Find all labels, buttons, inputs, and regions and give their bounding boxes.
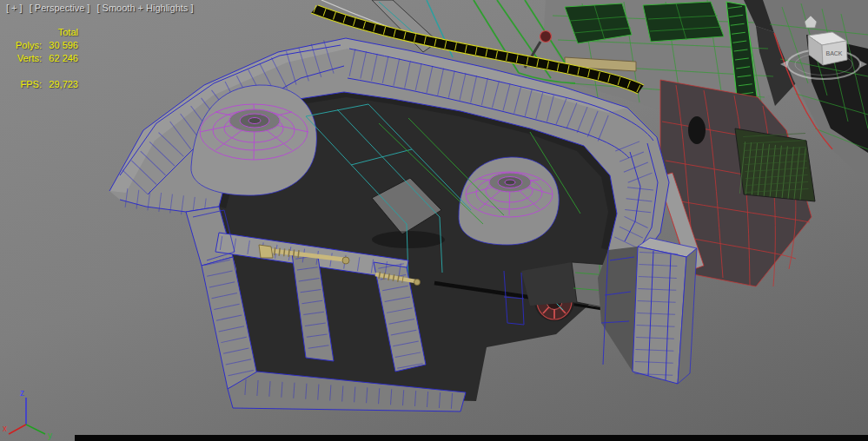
viewport-bottom-edge <box>75 435 868 441</box>
perforated-floor <box>735 128 815 201</box>
y-axis-label: y <box>48 431 52 440</box>
stats-verts-row: Verts: 62 246 <box>9 52 78 65</box>
z-axis-label: z <box>20 388 24 398</box>
stats-polys-label: Polys: <box>9 39 42 52</box>
y-axis-line <box>26 425 45 434</box>
viewport-menu-general[interactable]: [ + ] <box>6 3 23 13</box>
3d-viewport[interactable]: BACK z x y [ + ] [ Perspective ] [ Smoot… <box>0 0 868 441</box>
viewcube-back-label[interactable]: BACK <box>825 50 842 56</box>
stats-fps-label: FPS: <box>9 78 42 91</box>
statistics-overlay: Total Polys: 30 596 Verts: 62 246 FPS: 2… <box>9 26 78 91</box>
viewport-menu-pov[interactable]: [ Perspective ] <box>30 3 90 13</box>
viewport-menu-shading[interactable]: [ Smooth + Highlights ] <box>96 3 193 13</box>
world-axis-gizmo: z x y <box>3 388 52 440</box>
stats-polys-value: 30 596 <box>45 39 78 52</box>
stats-polys-row: Polys: 30 596 <box>9 39 78 52</box>
stats-verts-label: Verts: <box>9 52 42 65</box>
x-axis-line <box>9 425 26 434</box>
stats-fps-row: FPS: 29,723 <box>9 78 78 91</box>
viewport-label: [ + ] [ Perspective ] [ Smooth + Highlig… <box>6 3 197 13</box>
x-axis-label: x <box>3 424 7 433</box>
steering-joint <box>540 31 552 43</box>
stats-verts-value: 62 246 <box>45 52 78 65</box>
viewport-canvas[interactable]: BACK z x y <box>0 0 868 441</box>
stats-total-header: Total <box>45 26 78 39</box>
stats-total-row: Total <box>9 26 78 39</box>
stats-fps-value: 29,723 <box>45 78 78 91</box>
car-front-clip[interactable] <box>109 38 697 411</box>
sill-pillar <box>633 238 697 384</box>
